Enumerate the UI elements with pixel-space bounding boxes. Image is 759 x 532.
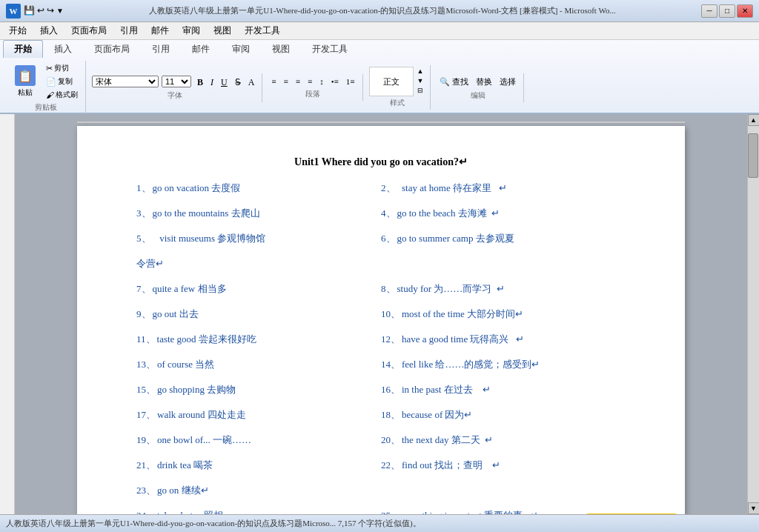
styles-more-button[interactable]: ⊟: [415, 86, 426, 95]
tab-view[interactable]: 视图: [261, 40, 301, 58]
vocab-item-6: 6、go to summer camp 去参观夏: [381, 232, 626, 245]
ribbon: 开始 插入 页面布局 引用 邮件 审阅 视图 开发工具 📋 粘贴 ✂ 剪切: [0, 40, 759, 114]
scroll-down-button[interactable]: ▼: [748, 502, 760, 514]
align-right-button[interactable]: ≡: [293, 76, 303, 87]
vocab-item-11: 11、taste good 尝起来很好吃: [136, 333, 381, 346]
format-painter-button[interactable]: 🖌 格式刷: [43, 89, 81, 101]
cut-icon: ✂: [46, 64, 53, 73]
editing-group: 🔍 查找 替换 选择 编辑: [432, 73, 524, 102]
save-icon[interactable]: 💾: [24, 5, 35, 16]
left-ruler: [0, 114, 15, 514]
paste-icon: 📋: [15, 65, 36, 86]
vocab-row-10: 19、one bowl of... 一碗…… 20、the next day 第…: [136, 433, 626, 451]
vocab-item-21: 21、drink tea 喝茶: [136, 459, 381, 472]
close-button[interactable]: ✕: [737, 4, 753, 18]
ribbon-content: 📋 粘贴 ✂ 剪切 📄 复制 🖌 格式刷: [0, 58, 759, 117]
font-size-select[interactable]: 11: [162, 76, 191, 87]
select-button[interactable]: 选择: [497, 75, 519, 89]
scroll-up-button[interactable]: ▲: [748, 114, 760, 126]
ribbon-tabs: 开始 插入 页面布局 引用 邮件 审阅 视图 开发工具: [0, 40, 759, 58]
paragraph-group: ≡ ≡ ≡ ≡ ↕ •≡ 1≡ 段落: [264, 74, 362, 101]
quick-access-toolbar[interactable]: 💾 ↩ ↪ ▼: [24, 5, 64, 16]
vocab-item-12: 12、have a good time 玩得高兴 ↵: [381, 333, 626, 346]
justify-button[interactable]: ≡: [305, 76, 315, 87]
minimize-button[interactable]: ─: [701, 4, 717, 18]
vocab-item-20: 20、the next day 第二天 ↵: [381, 433, 626, 447]
window-controls[interactable]: ─ □ ✕: [701, 4, 753, 18]
replace-button[interactable]: 替换: [473, 75, 495, 89]
copy-icon: 📄: [46, 77, 56, 87]
find-button[interactable]: 🔍 查找: [437, 75, 471, 89]
vocab-row-2: 3、go to the mountains 去爬山 4、go to the be…: [136, 207, 626, 225]
menu-insert[interactable]: 插入: [34, 23, 64, 39]
dropdown-icon[interactable]: ▼: [56, 7, 64, 15]
vocab-row-1: 1、go on vacation 去度假 2、 stay at home 待在家…: [136, 182, 626, 199]
vocab-item-9: 9、go out 出去: [136, 307, 381, 321]
tab-review[interactable]: 审阅: [221, 40, 261, 58]
tab-developer[interactable]: 开发工具: [301, 40, 359, 58]
vocab-row-8: 15、go shopping 去购物 16、in the past 在过去 ↵: [136, 383, 626, 401]
styles-down-button[interactable]: ▼: [415, 76, 426, 85]
scrollbar[interactable]: ▲ ▼: [747, 114, 759, 514]
align-center-button[interactable]: ≡: [281, 76, 291, 87]
tab-mailings[interactable]: 邮件: [181, 40, 221, 58]
paste-button[interactable]: 📋 粘贴: [10, 64, 40, 99]
menu-page-layout[interactable]: 页面布局: [65, 23, 113, 39]
title-bar-left: W 💾 ↩ ↪ ▼: [6, 4, 64, 19]
menu-view[interactable]: 视图: [208, 23, 237, 39]
font-color-button[interactable]: A: [245, 76, 258, 89]
tab-insert[interactable]: 插入: [43, 40, 83, 58]
watermark: 课件站 www.kjzhan.com: [586, 513, 677, 514]
format-painter-icon: 🖌: [46, 90, 54, 99]
undo-icon[interactable]: ↩: [37, 5, 44, 16]
styles-group: 正文 ▲ ▼ ⊟ 样式: [365, 65, 431, 110]
redo-icon[interactable]: ↪: [47, 5, 54, 16]
vocab-item-10: 10、most of the time 大部分时间↵: [381, 307, 626, 321]
top-ruler: ||||||||: [77, 122, 685, 123]
line-spacing-button[interactable]: ↕: [316, 76, 327, 87]
vocab-item-8: 8、study for 为……而学习 ↵: [381, 282, 626, 296]
scroll-track[interactable]: [748, 126, 759, 502]
tab-home[interactable]: 开始: [3, 40, 43, 58]
maximize-button[interactable]: □: [719, 4, 735, 18]
tab-page-layout[interactable]: 页面布局: [83, 40, 141, 58]
style-normal[interactable]: 正文: [369, 67, 414, 96]
menu-mailings[interactable]: 邮件: [145, 23, 175, 39]
font-family-select[interactable]: 宋体: [92, 76, 159, 87]
vocab-item-6-cont: 令营↵: [136, 257, 626, 270]
numbered-list-button[interactable]: 1≡: [343, 76, 358, 87]
document-scroll-area[interactable]: |||||||| Unit1 Where did you go on vacat…: [15, 114, 747, 514]
align-left-button[interactable]: ≡: [268, 76, 279, 87]
vocab-item-17: 17、walk around 四处走走: [136, 408, 381, 422]
window-title: 人教版英语八年级上册第一单元U1-Where-did-you-go-on-vac…: [64, 5, 701, 16]
menu-start[interactable]: 开始: [3, 23, 33, 39]
bold-button[interactable]: B: [194, 76, 206, 89]
main-area: |||||||| Unit1 Where did you go on vacat…: [0, 114, 759, 514]
cut-button[interactable]: ✂ 剪切: [43, 62, 81, 74]
status-bar: 人教版英语八年级上册第一单元U1-Where-did-you-go-on-vac…: [0, 514, 759, 532]
vocab-item-3: 3、go to the mountains 去爬山: [136, 207, 381, 220]
menu-references[interactable]: 引用: [114, 23, 144, 39]
tab-references[interactable]: 引用: [141, 40, 181, 58]
word-icon: W: [6, 4, 21, 19]
scroll-thumb[interactable]: [748, 133, 758, 178]
menu-review[interactable]: 审阅: [176, 23, 206, 39]
copy-button[interactable]: 📄 复制: [43, 76, 81, 87]
vocab-row-3: 5、 visit museums 参观博物馆 6、go to summer ca…: [136, 232, 626, 250]
vocab-item-4: 4、go to the beach 去海滩 ↵: [381, 207, 626, 220]
vocab-item-16: 16、in the past 在过去 ↵: [381, 383, 626, 396]
strikethrough-button[interactable]: S̶: [232, 76, 244, 89]
styles-up-button[interactable]: ▲: [415, 67, 426, 76]
italic-button[interactable]: I: [208, 76, 216, 89]
vocab-row-12: 23、go on 继续↵: [136, 484, 626, 502]
vocab-row-5: 9、go out 出去 10、most of the time 大部分时间↵: [136, 307, 626, 325]
bullet-list-button[interactable]: •≡: [328, 76, 342, 87]
underline-button[interactable]: U: [218, 76, 231, 89]
font-group: 宋体 11 B I U S̶ A 字体: [87, 73, 262, 102]
document-page: Unit1 Where did you go on vacation?↵ 1、g…: [77, 126, 685, 514]
vocab-item-19: 19、one bowl of... 一碗……: [136, 433, 381, 447]
menu-developer[interactable]: 开发工具: [239, 23, 286, 39]
vocab-row-11: 21、drink tea 喝茶 22、find out 找出；查明 ↵: [136, 459, 626, 476]
title-bar: W 💾 ↩ ↪ ▼ 人教版英语八年级上册第一单元U1-Where-did-you…: [0, 0, 759, 22]
vocab-item-1: 1、go on vacation 去度假: [136, 182, 381, 195]
